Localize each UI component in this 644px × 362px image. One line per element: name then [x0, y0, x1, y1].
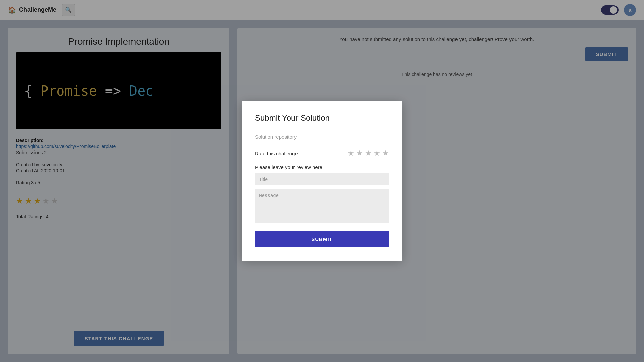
solution-repository-input[interactable] [255, 132, 389, 142]
modal-star-5[interactable]: ★ [382, 149, 389, 158]
review-message-input[interactable] [255, 189, 389, 223]
submit-solution-modal: Submit Your Solution Rate this challenge… [241, 101, 402, 261]
review-title-input[interactable] [255, 173, 389, 185]
modal-stars: ★ ★ ★ ★ ★ [347, 149, 389, 158]
review-label: Please leave your review here [255, 164, 389, 170]
modal-star-3[interactable]: ★ [365, 149, 372, 158]
review-section: Please leave your review here [255, 164, 389, 224]
modal-title: Submit Your Solution [255, 113, 389, 123]
modal-star-2[interactable]: ★ [356, 149, 363, 158]
rate-challenge-row: Rate this challenge ★ ★ ★ ★ ★ [255, 149, 389, 158]
rate-challenge-label: Rate this challenge [255, 150, 298, 156]
modal-star-1[interactable]: ★ [347, 149, 354, 158]
repo-field-group [255, 132, 389, 142]
modal-submit-button[interactable]: SUBMIT [255, 231, 389, 247]
modal-overlay[interactable]: Submit Your Solution Rate this challenge… [0, 0, 644, 362]
modal-star-4[interactable]: ★ [374, 149, 380, 158]
